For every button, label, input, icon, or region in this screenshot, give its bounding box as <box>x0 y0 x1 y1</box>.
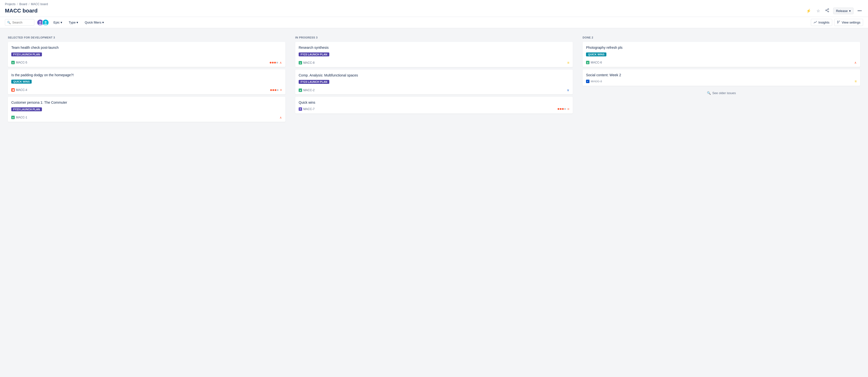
card-macc-2[interactable]: Comp. Analysis: Multifunctional spacesFY… <box>295 70 573 95</box>
search-box[interactable]: 🔍 <box>5 19 34 26</box>
card-footer: ▲MACC-2∨ <box>299 88 569 92</box>
breadcrumb-projects[interactable]: Projects <box>5 2 16 6</box>
card-macc-8[interactable]: Research synthesisFY23 LAUNCH PLAN▲MACC-… <box>295 42 573 67</box>
card-macc-6[interactable]: Photography refresh plsQUICK WINS▲MACC-6… <box>583 42 860 67</box>
avatar-2[interactable] <box>42 19 49 26</box>
svg-rect-12 <box>839 21 840 21</box>
svg-point-2 <box>826 10 827 11</box>
card-id-text: MACC-8 <box>303 61 315 64</box>
svg-rect-11 <box>837 21 838 21</box>
card-id: ✓MACC-3 <box>586 80 602 83</box>
header-actions: ⚡ ☆ Release ▾ <box>805 7 863 15</box>
type-chevron-icon: ▾ <box>76 21 78 24</box>
chevron-down-icon: ▾ <box>849 9 851 13</box>
card-meta: = <box>558 107 569 111</box>
card-title: Team health check post-launch <box>11 45 282 50</box>
priority-dots <box>558 108 566 110</box>
card-id-text: MACC-2 <box>303 89 315 92</box>
svg-rect-13 <box>837 22 839 22</box>
equals-orange-icon: = <box>567 107 569 111</box>
card-title: Quick wins <box>299 100 569 105</box>
card-macc-1[interactable]: Customer persona 1: The CommuterFY23 LAU… <box>8 97 285 122</box>
card-tag[interactable]: FY23 LAUNCH PLAN <box>299 53 329 56</box>
equals-yellow-icon: = <box>855 80 857 83</box>
card-macc-7[interactable]: Quick wins✦MACC-7= <box>295 97 573 114</box>
lightning-icon: ⚡ <box>806 8 811 13</box>
lightning-button[interactable]: ⚡ <box>805 7 813 15</box>
epic-chevron-icon: ▾ <box>61 21 62 24</box>
chevron-up-icon: ∧ <box>854 61 857 64</box>
priority-dots <box>270 62 278 63</box>
epic-label: Epic <box>54 21 60 24</box>
card-meta: ∧ <box>854 61 857 64</box>
chevron-up-icon: ∧ <box>280 116 282 119</box>
card-tag[interactable]: QUICK WINS <box>586 53 607 56</box>
column-selected-for-dev: SELECTED FOR DEVELOPMENT 3Team health ch… <box>5 33 288 127</box>
column-header-selected-for-dev: SELECTED FOR DEVELOPMENT 3 <box>8 36 285 39</box>
search-input[interactable] <box>12 21 32 24</box>
type-filter-button[interactable]: Type ▾ <box>67 19 80 26</box>
card-id: ▲MACC-8 <box>299 61 315 64</box>
card-id-text: MACC-4 <box>16 88 27 92</box>
priority-dot <box>272 62 274 63</box>
svg-point-7 <box>38 23 42 26</box>
insights-label: Insights <box>818 21 830 24</box>
toolbar-left: 🔍 Epic ▾ Type <box>5 19 106 26</box>
card-meta: = <box>270 88 282 92</box>
card-id: ◼MACC-4 <box>11 88 27 92</box>
svg-point-0 <box>828 8 829 9</box>
card-macc-4[interactable]: Is the padding dodgy on the homepage?!QU… <box>8 69 285 95</box>
svg-point-1 <box>828 11 829 12</box>
svg-point-6 <box>39 21 41 23</box>
card-macc-3[interactable]: Social content: Week 2✓MACC-3= <box>583 69 860 86</box>
card-tag[interactable]: QUICK WINS <box>11 80 32 84</box>
chevron-down-icon: ∨ <box>567 88 569 92</box>
svg-point-9 <box>44 21 47 23</box>
view-settings-button[interactable]: View settings <box>834 19 863 26</box>
avatar-group <box>37 19 49 26</box>
story-icon: ✓ <box>586 80 589 83</box>
card-macc-5[interactable]: Team health check post-launchFY23 LAUNCH… <box>8 42 285 67</box>
priority-dot <box>277 89 279 91</box>
insights-button[interactable]: Insights <box>811 19 832 26</box>
column-header-in-progress: IN PROGRESS 3 <box>295 36 573 39</box>
card-footer: ▲MACC-5∧ <box>11 61 282 64</box>
quick-filters-button[interactable]: Quick filters ▾ <box>83 19 106 26</box>
card-footer: ▲MACC-1∧ <box>11 116 282 119</box>
card-title: Photography refresh pls <box>586 45 857 50</box>
priority-dot <box>564 108 566 110</box>
star-icon: ☆ <box>816 8 820 13</box>
card-title: Comp. Analysis: Multifunctional spaces <box>299 73 569 78</box>
story-icon: ▲ <box>11 116 15 119</box>
card-meta: = <box>855 80 857 83</box>
breadcrumb-current: MACC board <box>31 2 48 6</box>
breadcrumb-sep1: / <box>17 2 18 6</box>
card-id: ▲MACC-2 <box>299 89 315 92</box>
share-button[interactable] <box>824 7 831 15</box>
card-meta: ∧ <box>270 61 282 64</box>
view-settings-label: View settings <box>842 21 860 24</box>
card-title: Social content: Week 2 <box>586 73 857 78</box>
card-id-text: MACC-5 <box>16 61 27 64</box>
card-footer: ✓MACC-3= <box>586 80 857 83</box>
card-tag[interactable]: FY23 LAUNCH PLAN <box>11 107 42 111</box>
see-older-issues[interactable]: 🔍See older issues <box>583 88 860 98</box>
card-tag[interactable]: FY23 LAUNCH PLAN <box>299 80 329 84</box>
breadcrumb-board[interactable]: Board <box>19 2 27 6</box>
card-footer: ◼MACC-4= <box>11 88 282 92</box>
story-icon: ✦ <box>299 107 302 111</box>
star-button[interactable]: ☆ <box>815 7 822 15</box>
card-meta: ∨ <box>567 88 569 92</box>
priority-dot <box>560 108 561 110</box>
priority-dot <box>275 89 276 91</box>
quick-filters-chevron-icon: ▾ <box>102 21 104 24</box>
release-button[interactable]: Release ▾ <box>833 8 854 14</box>
epic-filter-button[interactable]: Epic ▾ <box>52 19 64 26</box>
breadcrumb-sep2: / <box>29 2 29 6</box>
quick-filters-label: Quick filters <box>85 21 101 24</box>
card-tag[interactable]: FY23 LAUNCH PLAN <box>11 53 42 56</box>
priority-dot <box>274 62 276 63</box>
more-options-button[interactable]: ••• <box>856 7 863 14</box>
priority-dot <box>558 108 559 110</box>
svg-line-3 <box>827 9 828 10</box>
